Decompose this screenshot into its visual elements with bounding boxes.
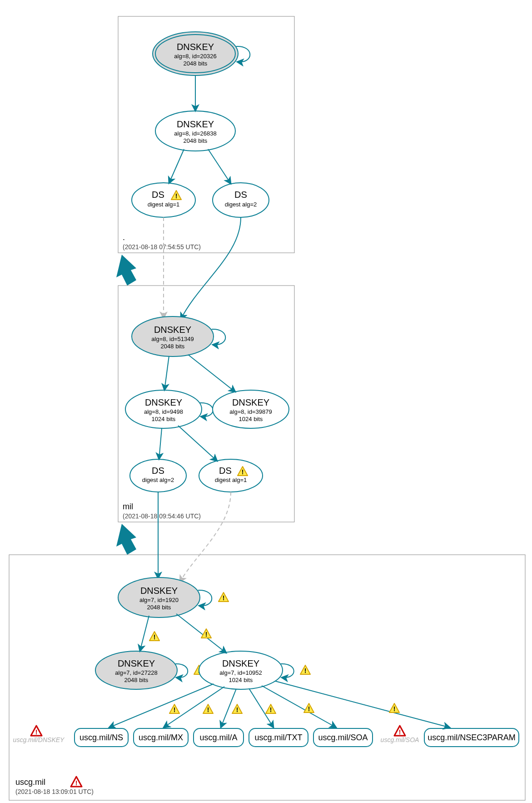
warning-icon <box>149 632 159 641</box>
node-root-ds1-sub: digest alg=1 <box>148 201 179 208</box>
edge-uscg-ksk-zsk2 <box>140 616 149 651</box>
rrset-a[interactable]: uscg.mil/A <box>194 728 244 747</box>
rrset-mx-label: uscg.mil/MX <box>139 733 183 742</box>
node-uscg-ksk-sub1: alg=7, id=1920 <box>139 597 179 603</box>
node-mil-ds2-title: DS <box>152 466 164 476</box>
edge-zsk-a <box>221 689 236 728</box>
delegation-arrow-root-mil <box>116 255 136 286</box>
node-uscg-zsk2[interactable]: DNSKEY alg=7, id=27228 2048 bits <box>95 651 177 689</box>
node-mil-ds2[interactable]: DS digest alg=2 <box>130 459 186 492</box>
node-root-ds1[interactable]: DS digest alg=1 <box>132 183 195 217</box>
warning-icon <box>389 703 399 713</box>
node-mil-zsk2-sub2: 1024 bits <box>239 416 263 422</box>
edge-mil-ksk-zsk2 <box>188 355 235 392</box>
ghost-soa-label: uscg.mil/SOA <box>381 736 419 743</box>
node-mil-ds1-title: DS <box>219 466 232 476</box>
node-uscg-zsk2-sub1: alg=7, id=27228 <box>115 669 157 676</box>
node-mil-zsk2[interactable]: DNSKEY alg=8, id=39879 1024 bits <box>213 390 289 428</box>
edge-mil-ksk-zsk <box>164 356 169 390</box>
node-uscg-zsk-title: DNSKEY <box>222 658 259 668</box>
node-uscg-zsk2-sub2: 2048 bits <box>124 677 149 683</box>
rrset-mx[interactable]: uscg.mil/MX <box>134 728 188 747</box>
rrset-txt-label: uscg.mil/TXT <box>254 733 302 742</box>
node-uscg-zsk[interactable]: DNSKEY alg=7, id=10952 1024 bits <box>199 651 283 689</box>
warning-icon <box>219 592 229 602</box>
node-uscg-ksk-title: DNSKEY <box>140 586 178 596</box>
error-icon <box>394 726 405 736</box>
rrset-soa-label: uscg.mil/SOA <box>318 733 368 742</box>
node-mil-ksk[interactable]: DNSKEY alg=8, id=51349 2048 bits <box>132 316 214 356</box>
ghost-soa: uscg.mil/SOA <box>381 726 419 743</box>
edge-mil-zsk-ds2 <box>159 428 162 459</box>
node-root-zsk[interactable]: DNSKEY alg=8, id=26838 2048 bits <box>155 111 235 151</box>
rrset-txt[interactable]: uscg.mil/TXT <box>249 728 308 747</box>
node-uscg-zsk-sub1: alg=7, id=10952 <box>219 669 262 676</box>
warning-icon <box>304 703 314 713</box>
node-mil-ds2-sub: digest alg=2 <box>142 477 174 483</box>
warning-icon <box>169 704 179 713</box>
rrset-nsec-label: uscg.mil/NSEC3PARAM <box>428 733 516 742</box>
node-mil-ds1[interactable]: DS digest alg=1 <box>199 459 263 492</box>
node-mil-zsk[interactable]: DNSKEY alg=8, id=9498 1024 bits <box>125 390 202 428</box>
node-mil-ksk-sub2: 2048 bits <box>161 343 185 350</box>
svg-point-12 <box>130 459 186 492</box>
node-mil-ksk-sub1: alg=8, id=51349 <box>151 336 194 342</box>
zone-mil: mil (2021-08-18 09:54:46 UTC) DNSKEY alg… <box>118 217 294 522</box>
edge-zsk-nsec <box>275 681 450 728</box>
zone-root-label: . <box>123 233 125 242</box>
edge-rootds2-milksk <box>181 217 241 319</box>
svg-point-13 <box>199 459 263 492</box>
node-root-zsk-sub1: alg=8, id=26838 <box>174 130 216 137</box>
node-uscg-zsk2-title: DNSKEY <box>118 658 155 668</box>
node-uscg-ksk-sub2: 2048 bits <box>147 604 171 611</box>
node-root-ds2-title: DS <box>234 190 247 200</box>
edge-root-zsk-ds1 <box>169 149 184 183</box>
node-mil-zsk2-sub1: alg=8, id=39879 <box>229 408 272 415</box>
edge-root-zsk-ds2 <box>208 149 231 184</box>
edge-mil-zsk-ds1 <box>178 426 217 461</box>
zone-mil-timestamp: (2021-08-18 09:54:46 UTC) <box>123 512 201 520</box>
node-uscg-zsk-sub2: 1024 bits <box>229 677 253 683</box>
warning-icon <box>232 704 242 713</box>
node-root-ksk[interactable]: DNSKEY alg=8, id=20326 2048 bits <box>153 32 238 75</box>
node-mil-ksk-title: DNSKEY <box>154 325 191 335</box>
rrset-a-label: uscg.mil/A <box>199 733 237 742</box>
error-icon <box>31 726 42 736</box>
node-root-ksk-sub1: alg=8, id=20326 <box>174 53 216 60</box>
rrset-nsec3param[interactable]: uscg.mil/NSEC3PARAM <box>424 728 519 747</box>
node-mil-ds1-sub: digest alg=1 <box>215 477 247 483</box>
node-root-ds2-sub: digest alg=2 <box>225 201 257 208</box>
node-root-ds2[interactable]: DS digest alg=2 <box>213 183 269 217</box>
node-root-ds1-title: DS <box>152 190 164 200</box>
zone-mil-label: mil <box>123 502 133 511</box>
node-mil-zsk2-title: DNSKEY <box>232 397 269 407</box>
ghost-dnskey-label: uscg.mil/DNSKEY <box>13 736 65 743</box>
zone-uscg-timestamp: (2021-08-18 13:09:01 UTC) <box>15 788 94 795</box>
edge-uscg-ksk-zsk <box>176 614 226 653</box>
node-root-ksk-title: DNSKEY <box>177 42 214 52</box>
warning-icon <box>266 704 276 713</box>
zone-root-timestamp: (2021-08-18 07:54:55 UTC) <box>123 243 201 251</box>
rrset-soa[interactable]: uscg.mil/SOA <box>313 728 373 747</box>
node-mil-zsk-title: DNSKEY <box>145 397 182 407</box>
node-uscg-ksk[interactable]: DNSKEY alg=7, id=1920 2048 bits <box>118 577 200 617</box>
zone-uscg-label: uscg.mil <box>15 778 45 787</box>
node-mil-zsk-sub1: alg=8, id=9498 <box>144 408 183 415</box>
warning-icon <box>203 704 213 713</box>
edge-zsk-ns <box>109 684 214 728</box>
node-root-zsk-sub2: 2048 bits <box>184 137 208 144</box>
error-icon <box>71 777 82 787</box>
delegation-arrow-mil-uscg <box>116 524 136 555</box>
edge-zsk-soa <box>262 686 336 728</box>
node-root-zsk-title: DNSKEY <box>177 119 214 129</box>
node-mil-zsk-sub2: 1024 bits <box>152 416 176 422</box>
node-root-ksk-sub2: 2048 bits <box>184 60 208 67</box>
warning-icon <box>201 629 211 638</box>
rrset-ns[interactable]: uscg.mil/NS <box>75 728 128 747</box>
svg-point-6 <box>132 183 195 217</box>
edge-milds1-uscgksk <box>180 492 231 582</box>
rrset-ns-label: uscg.mil/NS <box>80 733 123 742</box>
zone-uscg: uscg.mil (2021-08-18 13:09:01 UTC) DNSKE… <box>9 492 525 800</box>
warning-icon <box>300 665 310 674</box>
ghost-dnskey: uscg.mil/DNSKEY <box>13 726 65 743</box>
